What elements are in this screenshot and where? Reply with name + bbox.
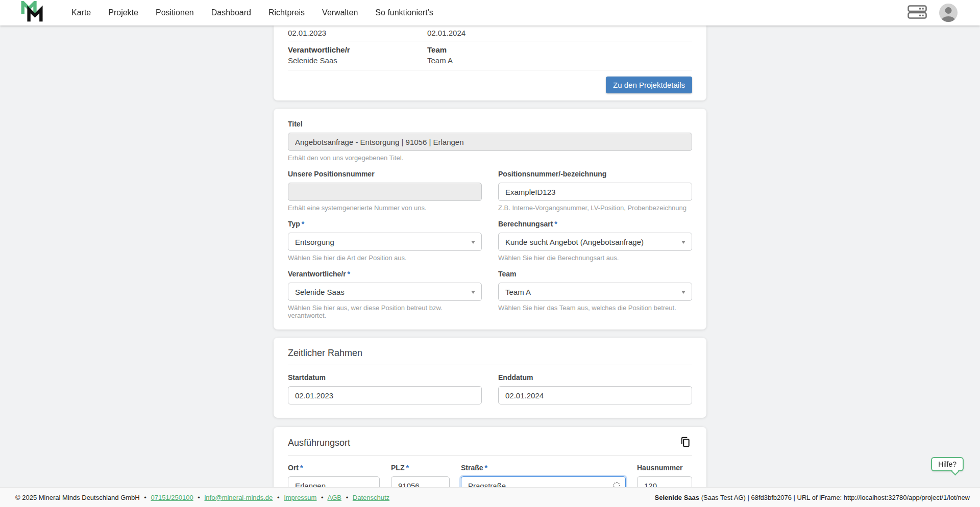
nav-item-positionen[interactable]: Positionen [156,8,194,17]
nav-item-projekte[interactable]: Projekte [108,8,138,17]
avatar-head-shape [945,7,952,14]
our-number-field-group: Unsere Positionsnummer Erhält eine syste… [288,170,482,212]
help-button[interactable]: Hilfe? [931,457,964,471]
team-helper: Wählen Sie hier das Team aus, welches di… [498,304,692,312]
nav-item-dashboard[interactable]: Dashboard [211,8,251,17]
our-number-helper: Erhält eine systemgenerierte Nummer von … [288,204,482,212]
project-team-label: Team [427,45,692,54]
team-label: Team [498,270,692,278]
ort-field-group: Ort* [288,464,380,487]
footer-session-info: Selenide Saas (Saas Test AG) | 68fd3bfb2… [655,494,970,501]
project-team-value: Team A [427,56,692,65]
berechnungsart-label: Berechnungsart* [498,220,692,228]
verantwortlicher-select-value: Selenide Saas [295,288,345,296]
footer-session-details: (Saas Test AG) | 68fd3bfb2076 | URL of i… [699,494,970,501]
enddatum-field-group: Enddatum [498,373,692,404]
berechnungsart-helper: Wählen Sie hier die Berechnungsart aus. [498,254,692,262]
typ-label: Typ* [288,220,482,228]
our-number-label: Unsere Positionsnummer [288,170,482,178]
footer-user-name: Selenide Saas [655,494,699,501]
hausnummer-input[interactable] [637,476,692,487]
position-number-field-group: Positionsnummer/-bezeichnung Z.B. Intern… [498,170,692,212]
typ-select-value: Entsorgung [295,238,334,246]
footer-email-link[interactable]: info@mineral-minds.de [204,494,273,501]
footer-legal: © 2025 Mineral Minds Deutschland GmbH • … [15,494,389,501]
copy-icon [679,436,691,449]
required-asterisk: * [485,464,487,472]
nav-item-karte[interactable]: Karte [71,8,91,17]
location-heading: Ausführungsort [288,438,350,448]
startdatum-field-group: Startdatum [288,373,482,404]
enddatum-label: Enddatum [498,373,692,382]
footer-datenschutz-link[interactable]: Datenschutz [353,494,389,501]
hausnummer-field-group: Hausnummer [637,464,692,487]
nav-item-richtpreis[interactable]: Richtpreis [268,8,305,17]
berechnungsart-select[interactable]: Kunde sucht Angebot (Angebotsanfrage) [498,233,692,251]
hausnummer-label: Hausnummer [637,464,692,472]
typ-field-group: Typ* Entsorgung Wählen Sie hier die Art … [288,220,482,262]
plz-field-group: PLZ* [391,464,450,487]
required-asterisk: * [554,220,557,228]
team-select[interactable]: Team A [498,283,692,301]
verantwortlicher-helper: Wählen Sie hier aus, wer diese Position … [288,304,482,319]
berechnungsart-select-value: Kunde sucht Angebot (Angebotsanfrage) [505,238,644,246]
nav-item-verwalten[interactable]: Verwalten [322,8,358,17]
required-asterisk: * [302,220,304,228]
page-footer: © 2025 Mineral Minds Deutschland GmbH • … [0,487,980,507]
our-number-input [288,183,482,201]
project-summary-card: 02.01.2023 02.01.2024 Verantwortliche/r … [274,26,706,100]
location-card: Ausführungsort Ort* [274,427,706,487]
server-icon[interactable] [908,5,927,21]
mineral-minds-logo[interactable] [20,1,44,24]
ort-label: Ort* [288,464,380,472]
user-avatar[interactable] [939,4,958,22]
team-field-group: Team Team A Wählen Sie hier das Team aus… [498,270,692,319]
verantwortlicher-field-group: Verantwortliche/r* Selenide Saas Wählen … [288,270,482,319]
position-number-helper: Z.B. Interne-Vorgangsnummer, LV-Position… [498,204,692,212]
position-number-label: Positionsnummer/-bezeichnung [498,170,692,178]
position-number-input[interactable] [498,183,692,201]
typ-helper: Wählen Sie hier die Art der Position aus… [288,254,482,262]
avatar-body-shape [942,16,955,22]
strasse-label: Straße* [461,464,626,472]
titel-field-group: Titel Erhält den von uns vorgegebenen Ti… [288,120,692,162]
required-asterisk: * [300,464,303,472]
typ-select[interactable]: Entsorgung [288,233,482,251]
position-form-card: Titel Erhält den von uns vorgegebenen Ti… [274,109,706,329]
project-details-button[interactable]: Zu den Projektdetails [606,77,692,93]
footer-impressum-link[interactable]: Impressum [284,494,316,501]
timeframe-heading: Zeitlicher Rahmen [288,348,692,365]
project-responsible-label: Verantwortliche/r [288,45,427,54]
plz-label: PLZ* [391,464,450,472]
main-navigation: Karte Projekte Positionen Dashboard Rich… [71,8,433,17]
copyright-text: © 2025 Mineral Minds Deutschland GmbH [15,494,140,501]
page-content: 02.01.2023 02.01.2024 Verantwortliche/r … [0,26,980,487]
mm-logo-icon [20,1,44,24]
verantwortlicher-label: Verantwortliche/r* [288,270,482,278]
required-asterisk: * [348,270,350,278]
ort-input[interactable] [288,476,380,487]
project-end-date: 02.01.2024 [427,29,692,37]
project-responsible-value: Selenide Saas [288,56,427,65]
footer-phone-link[interactable]: 07151/250100 [151,494,193,501]
verantwortlicher-select[interactable]: Selenide Saas [288,283,482,301]
titel-helper: Erhält den von uns vorgegebenen Titel. [288,154,692,162]
project-start-date: 02.01.2023 [288,29,427,37]
help-button-label: Hilfe? [938,460,957,468]
nav-item-so-funktionierts[interactable]: So funktioniert's [375,8,433,17]
titel-label: Titel [288,120,692,128]
strasse-field-group: Straße* [461,464,626,487]
team-select-value: Team A [505,288,531,296]
strasse-input[interactable] [461,476,626,487]
footer-agb-link[interactable]: AGB [328,494,341,501]
startdatum-input[interactable] [288,386,482,404]
titel-input [288,133,692,151]
plz-input[interactable] [391,476,450,487]
enddatum-input[interactable] [498,386,692,404]
copy-location-button[interactable] [678,435,692,450]
timeframe-card: Zeitlicher Rahmen Startdatum Enddatum [274,338,706,418]
top-navbar: Karte Projekte Positionen Dashboard Rich… [0,0,980,26]
navbar-right-icons [908,4,958,22]
loading-spinner-icon [613,482,620,487]
required-asterisk: * [406,464,408,472]
